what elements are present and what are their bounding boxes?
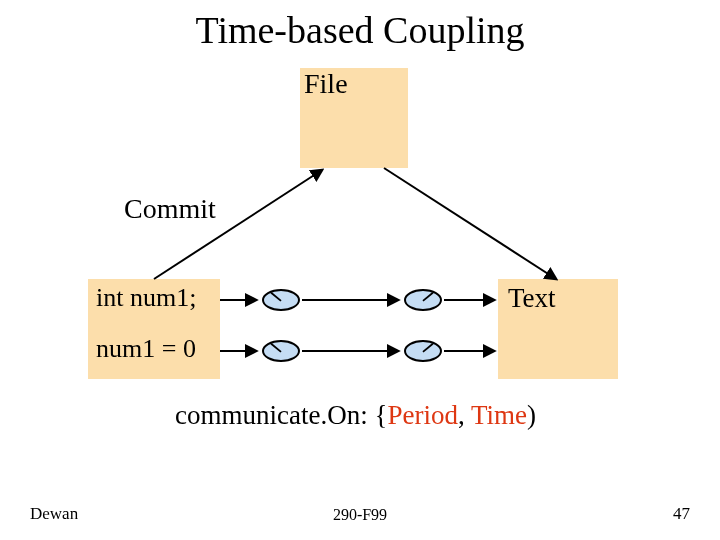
commit-label: Commit [124, 193, 216, 225]
eye-icon [262, 289, 300, 311]
code-line-2: num1 = 0 [96, 334, 196, 364]
svg-line-5 [384, 168, 556, 279]
svg-line-1 [423, 293, 433, 301]
communicate-on-line: communicate.On: {Period, Time) [175, 400, 536, 431]
code-line-1: int num1; [96, 283, 196, 313]
text-label: Text [508, 283, 556, 314]
communicate-sep: , [458, 400, 471, 430]
svg-line-0 [271, 293, 281, 301]
footer-page-number: 47 [673, 504, 690, 524]
footer-course: 290-F99 [0, 506, 720, 524]
eye-icon [404, 289, 442, 311]
slide: Time-based Coupling File Commit int num1… [0, 0, 720, 540]
eye-icon [262, 340, 300, 362]
eye-icon [404, 340, 442, 362]
communicate-suffix: ) [527, 400, 536, 430]
slide-title: Time-based Coupling [0, 8, 720, 52]
svg-line-2 [271, 344, 281, 352]
file-label: File [304, 68, 348, 100]
communicate-prefix: communicate.On: { [175, 400, 387, 430]
param-period: Period [387, 400, 458, 430]
svg-line-3 [423, 344, 433, 352]
param-time: Time [471, 400, 527, 430]
